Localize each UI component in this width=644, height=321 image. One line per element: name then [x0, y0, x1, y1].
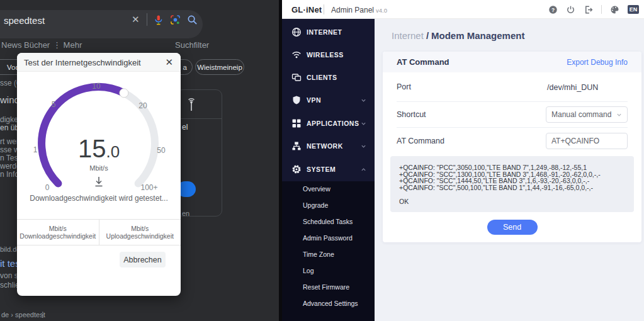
icon-divider — [601, 5, 602, 14]
command-output: +QCAINFO: "PCC",3050,100,"LTE BAND 7",1,… — [390, 156, 634, 212]
speed-unit: Mbit/s — [17, 164, 181, 172]
card-text-fragment: el — [182, 123, 188, 132]
glinet-logo[interactable]: GL·iNet — [291, 5, 322, 14]
chevron-down-icon — [361, 144, 366, 149]
output-line: +QCAINFO: "SCC",500,100,"LTE BAND 1",1,4… — [399, 184, 625, 191]
window-divider — [279, 0, 282, 321]
shield-icon — [291, 95, 302, 105]
main-content: Internet/Modem Management AT Command Exp… — [375, 19, 644, 321]
port-label: Port — [397, 82, 411, 91]
globe-icon — [291, 27, 302, 37]
palette-icon[interactable] — [610, 5, 619, 14]
sidebar-item-clients[interactable]: CLIENTS — [282, 69, 375, 86]
submenu-advanced-settings[interactable]: Advanced Settings — [303, 300, 358, 307]
screen: speedtest ✕ News Bücher ⋮ Mehr Suchfilte… — [0, 0, 644, 321]
chip-wieistmeineip[interactable]: Wieistmeineip — [195, 59, 244, 75]
system-submenu: Overview Upgrade Scheduled Tasks Admin P… — [282, 181, 375, 321]
logout-icon[interactable] — [584, 5, 593, 14]
port-row: Port /dev/mhi_DUN — [397, 72, 628, 102]
page-title: Modem Management — [431, 30, 524, 41]
shortcut-select[interactable]: Manual command — [546, 106, 628, 123]
output-status: OK — [399, 198, 625, 205]
sidebar-item-internet[interactable]: INTERNET — [282, 24, 375, 40]
chevron-down-icon — [616, 112, 622, 118]
admin-top-bar: GL·iNet Admin Panelv4.0 ? — [282, 0, 644, 19]
output-line: +QCAINFO: "PCC",3050,100,"LTE BAND 7",1,… — [399, 164, 625, 171]
result-menu-icon[interactable]: ⋮ — [39, 310, 47, 319]
sidebar-item-vpn[interactable]: VPN — [282, 92, 375, 108]
dialog-result-labels: Mbit/s Downloadgeschwindigkeit Mbit/s Up… — [17, 219, 181, 245]
search-query-text: speedtest — [4, 15, 45, 26]
submenu-time-zone[interactable]: Time Zone — [303, 251, 334, 258]
gauge-tick: 20 — [138, 101, 147, 110]
sidebar-nav: INTERNET WIRELESS CLIENTS — [282, 19, 375, 321]
upload-result-label: Mbit/s Uploadgeschwindigkeit — [99, 220, 181, 245]
speedtest-dialog: Test der Internetgeschwindigkeit ✕ 0 1 5… — [17, 53, 181, 296]
gauge-tick: 100+ — [140, 183, 157, 192]
download-arrow-icon — [93, 176, 105, 188]
submenu-scheduled-tasks[interactable]: Scheduled Tasks — [303, 218, 353, 225]
tab-mehr[interactable]: ⋮ Mehr — [53, 40, 82, 50]
gear-icon — [291, 164, 302, 174]
chevron-down-icon — [361, 121, 366, 127]
at-command-label: AT Command — [397, 137, 444, 145]
sidebar-item-network[interactable]: NETWORK — [282, 138, 375, 154]
glinet-admin-panel: GL·iNet Admin Panelv4.0 ? — [282, 0, 644, 321]
language-badge[interactable]: EN — [628, 5, 639, 14]
chevron-down-icon — [361, 98, 366, 103]
card-divider — [177, 118, 222, 119]
sidebar-item-applications[interactable]: APPLICATIONS — [282, 115, 375, 132]
searchbar-divider — [147, 13, 147, 26]
result-card-partial: el en — [176, 89, 222, 217]
shortcut-label: Shortcut — [397, 110, 426, 119]
at-command-input[interactable] — [546, 133, 628, 149]
sidebar-item-system[interactable]: SYSTEM — [282, 161, 375, 177]
tab-buecher[interactable]: Bücher — [24, 40, 50, 50]
google-search-page: speedtest ✕ News Bücher ⋮ Mehr Suchfilte… — [0, 0, 279, 321]
panel-version: v4.0 — [376, 7, 387, 14]
card-text-fragment: en — [182, 210, 189, 217]
export-debug-info-link[interactable]: Export Debug Info — [567, 58, 628, 67]
grid-icon — [291, 118, 302, 128]
output-line: +QCAINFO: "SCC",1444,50,"LTE BAND 3",1,6… — [399, 177, 625, 184]
at-command-card: AT Command Export Debug Info Port /dev/m… — [383, 52, 641, 242]
panel-title: Admin Panelv4.0 — [331, 6, 387, 14]
power-icon[interactable] — [566, 5, 575, 14]
gauge-tick: 0 — [45, 183, 50, 192]
cancel-button[interactable]: Abbrechen — [120, 252, 166, 268]
close-icon[interactable]: ✕ — [165, 57, 173, 68]
gauge-handle[interactable] — [120, 89, 128, 98]
card-title: AT Command — [397, 57, 449, 67]
clear-search-icon[interactable]: ✕ — [132, 14, 140, 25]
port-value: /dev/mhi_DUN — [546, 83, 598, 92]
submenu-overview[interactable]: Overview — [303, 185, 330, 193]
gauge-tick: 10 — [92, 82, 100, 91]
speed-value: 15.0 — [17, 135, 181, 163]
send-button[interactable]: Send — [487, 220, 538, 235]
submenu-reset-firmware[interactable]: Reset Firmware — [303, 283, 349, 291]
test-status-text: Downloadgeschwindigkeit wird getestet... — [17, 194, 181, 203]
sidebar-item-wireless[interactable]: WIRELESS — [282, 47, 375, 63]
download-result-label: Mbit/s Downloadgeschwindigkeit — [17, 220, 99, 245]
tab-news[interactable]: News — [1, 40, 22, 50]
dialog-title: Test der Internetgeschwindigkeit — [24, 58, 141, 67]
search-filter-link[interactable]: Suchfilter — [175, 40, 209, 50]
antenna-icon — [186, 98, 197, 111]
shortcut-row: Shortcut Manual command — [397, 102, 628, 128]
submenu-admin-password[interactable]: Admin Password — [303, 234, 353, 242]
wifi-icon — [291, 50, 302, 60]
search-submit-icon[interactable] — [187, 14, 198, 25]
svg-text:?: ? — [551, 6, 555, 13]
devices-icon — [291, 72, 302, 82]
google-lens-icon[interactable] — [170, 14, 181, 25]
breadcrumb-internet[interactable]: Internet — [392, 30, 424, 41]
dialog-title-bar: Test der Internetgeschwindigkeit ✕ — [17, 53, 181, 72]
voice-search-icon[interactable] — [153, 14, 164, 25]
header-divider — [324, 4, 324, 14]
card-header: AT Command Export Debug Info — [383, 52, 641, 72]
submenu-upgrade[interactable]: Upgrade — [303, 201, 328, 209]
at-command-row: AT Command — [397, 128, 628, 154]
sitemap-icon — [291, 141, 302, 151]
help-icon[interactable]: ? — [548, 5, 558, 14]
submenu-log[interactable]: Log — [303, 267, 314, 274]
